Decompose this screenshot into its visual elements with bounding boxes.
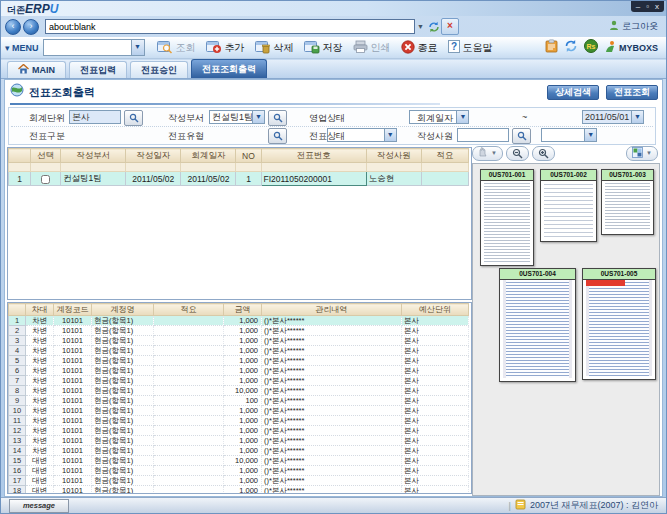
table-row[interactable]: 7차변10101현금(항목1)1,000()*본사******본사 bbox=[9, 376, 469, 386]
column-header[interactable]: 회계일자 bbox=[181, 149, 236, 163]
print-button[interactable]: 인쇄 bbox=[353, 40, 391, 55]
menu-combobox[interactable]: ▼ bbox=[43, 39, 145, 56]
sync-icon[interactable] bbox=[564, 39, 578, 57]
table-row[interactable]: 3차변10101현금(항목1)1,000()*본사******본사 bbox=[9, 336, 469, 346]
detail-search-button[interactable]: 상세검색 bbox=[547, 85, 599, 100]
zoom-in-button[interactable] bbox=[532, 146, 555, 161]
table-row[interactable]: 4차변10101현금(항목1)1,000()*본사******본사 bbox=[9, 346, 469, 356]
table-row[interactable]: 13차변10101현금(항목1)1,000()*본사******본사 bbox=[9, 436, 469, 446]
search-button[interactable]: 조회 bbox=[157, 40, 196, 56]
clipboard-icon[interactable] bbox=[545, 39, 558, 57]
address-dropdown-icon[interactable]: ▼ bbox=[415, 19, 426, 34]
column-header[interactable]: NO bbox=[236, 149, 261, 163]
receipt-thumbnail[interactable]: 0US701-005 bbox=[582, 268, 656, 380]
acct-date-from[interactable]: 2011/05/01▼ bbox=[582, 110, 644, 124]
table-row[interactable]: 1차변10101현금(항목1)1,000()*본사******본사 bbox=[9, 316, 469, 326]
voucher-type-lookup-button[interactable] bbox=[268, 128, 287, 144]
filter-cell[interactable] bbox=[31, 163, 61, 172]
receipt-thumbnail[interactable]: 0US701-004 bbox=[499, 268, 576, 382]
delete-button[interactable]: 삭제 bbox=[255, 40, 294, 56]
table-row[interactable]: 14차변10101현금(항목1)1,000()*본사******본사 bbox=[9, 446, 469, 456]
tab-voucher-inquiry[interactable]: 전표조회출력 bbox=[191, 59, 267, 78]
address-input[interactable] bbox=[45, 19, 415, 34]
tab-voucher-entry[interactable]: 전표입력 bbox=[69, 61, 127, 78]
tab-main[interactable]: MAIN bbox=[7, 61, 66, 78]
column-header[interactable]: 작성부서 bbox=[61, 149, 126, 163]
filter-cell[interactable] bbox=[421, 163, 468, 172]
chevron-down-icon[interactable]: ▼ bbox=[584, 129, 596, 141]
table-row[interactable]: 12차변10101현금(항목1)1,000()*본사******본사 bbox=[9, 426, 469, 436]
column-header[interactable]: 계정코드 bbox=[54, 304, 92, 316]
column-header[interactable]: 선택 bbox=[31, 149, 61, 163]
column-header[interactable]: 차대 bbox=[26, 304, 54, 316]
receipt-thumbnail[interactable]: 0US701-002 bbox=[540, 169, 597, 242]
table-row[interactable]: 11차변10101현금(항목1)1,000()*본사******본사 bbox=[9, 416, 469, 426]
save-button[interactable]: 저장 bbox=[304, 40, 343, 56]
exit-button[interactable]: 종료 bbox=[401, 40, 438, 56]
receipt-thumbnail[interactable]: 0US701-001 bbox=[480, 169, 534, 266]
filter-cell[interactable] bbox=[9, 163, 31, 172]
table-row[interactable]: 18대변10101현금(항목1)1,000()*본사******본사 bbox=[9, 486, 469, 495]
writer-lookup-button[interactable] bbox=[512, 128, 531, 144]
column-header[interactable]: 작성일자 bbox=[126, 149, 181, 163]
table-row[interactable]: 9차변10101현금(항목1)100()*본사******본사 bbox=[9, 396, 469, 406]
write-dept-lookup-button[interactable] bbox=[268, 110, 287, 126]
image-view-button[interactable]: ▼ bbox=[626, 146, 658, 161]
table-row[interactable]: 6차변10101현금(항목1)1,000()*본사******본사 bbox=[9, 366, 469, 376]
chevron-down-icon[interactable]: ▼ bbox=[252, 111, 264, 123]
write-dept-select[interactable]: 컨설팅1팀▼ bbox=[209, 110, 265, 124]
chevron-down-icon[interactable]: ▼ bbox=[491, 150, 497, 156]
message-button[interactable]: message bbox=[9, 499, 69, 513]
voucher-type-select[interactable]: ▼ bbox=[541, 128, 597, 142]
acct-unit-lookup-button[interactable] bbox=[124, 110, 143, 126]
tab-voucher-approval[interactable]: 전표승인 bbox=[130, 61, 188, 78]
column-header[interactable]: 관리내역 bbox=[262, 304, 402, 316]
row-checkbox[interactable] bbox=[41, 175, 50, 184]
chevron-down-icon[interactable]: ▼ bbox=[456, 111, 468, 123]
voucher-no-cell[interactable]: FI2011050200001 bbox=[261, 172, 366, 186]
forward-button[interactable]: › bbox=[23, 19, 39, 35]
table-row[interactable]: 2차변10101현금(항목1)1,000()*본사******본사 bbox=[9, 326, 469, 336]
column-header[interactable]: 예산단위 bbox=[402, 304, 469, 316]
help-button[interactable]: ? 도움말 bbox=[448, 40, 493, 55]
table-row[interactable]: 8차변10101현금(항목1)10,000()*본사******본사 bbox=[9, 386, 469, 396]
receipt-thumbnail[interactable]: 0US701-003 bbox=[601, 169, 654, 235]
logout-button[interactable]: 로그아웃 bbox=[609, 20, 658, 33]
column-header[interactable]: 계정명 bbox=[92, 304, 154, 316]
column-header[interactable]: 전표번호 bbox=[261, 149, 366, 163]
voucher-inquiry-button[interactable]: 전표조회 bbox=[606, 85, 658, 100]
stop-icon[interactable]: × bbox=[441, 18, 459, 35]
zoom-out-button[interactable] bbox=[506, 146, 529, 161]
table-row[interactable]: 5차변10101현금(항목1)1,000()*본사******본사 bbox=[9, 356, 469, 366]
chevron-down-icon[interactable]: ▼ bbox=[631, 111, 643, 123]
restore-button[interactable]: ▫ bbox=[646, 1, 649, 12]
minimize-button[interactable]: – bbox=[636, 1, 640, 12]
add-button[interactable]: 추가 bbox=[206, 40, 245, 56]
filter-cell[interactable] bbox=[261, 163, 366, 172]
acct-unit-input[interactable]: 본사 bbox=[69, 110, 121, 124]
filter-cell[interactable] bbox=[236, 163, 261, 172]
table-row[interactable]: 15대변10101현금(항목1)10,000()*본사******본사 bbox=[9, 456, 469, 466]
table-row[interactable]: 10차변10101현금(항목1)1,000()*본사******본사 bbox=[9, 406, 469, 416]
filter-cell[interactable] bbox=[181, 163, 236, 172]
refresh-icon[interactable] bbox=[426, 19, 441, 34]
menu-button[interactable]: ▾ MENU bbox=[5, 43, 39, 53]
hand-tool-button[interactable]: ▼ bbox=[472, 146, 503, 161]
chevron-down-icon[interactable]: ▼ bbox=[131, 40, 144, 55]
column-header[interactable]: 적요 bbox=[154, 304, 224, 316]
table-row[interactable]: 1컨설팅1팀2011/05/022011/05/021FI20110502000… bbox=[9, 172, 469, 186]
table-row[interactable]: 17대변10101현금(항목1)1,000()*본사******본사 bbox=[9, 476, 469, 486]
filter-cell[interactable] bbox=[61, 163, 126, 172]
back-button[interactable]: ‹ bbox=[5, 19, 21, 35]
table-row[interactable]: 16대변10101현금(항목1)1,000()*본사******본사 bbox=[9, 466, 469, 476]
column-header[interactable]: 금액 bbox=[224, 304, 262, 316]
column-header[interactable]: 작성사원 bbox=[366, 149, 421, 163]
close-button[interactable]: x bbox=[655, 1, 659, 12]
chevron-down-icon[interactable]: ▼ bbox=[384, 129, 396, 141]
column-header[interactable]: 적요 bbox=[421, 149, 468, 163]
filter-cell[interactable] bbox=[126, 163, 181, 172]
myboxs-button[interactable]: MYBOXS bbox=[604, 40, 658, 55]
writer-input[interactable] bbox=[457, 128, 509, 142]
chevron-down-icon[interactable]: ▼ bbox=[646, 150, 652, 156]
rs-icon[interactable]: Rs bbox=[584, 39, 598, 57]
